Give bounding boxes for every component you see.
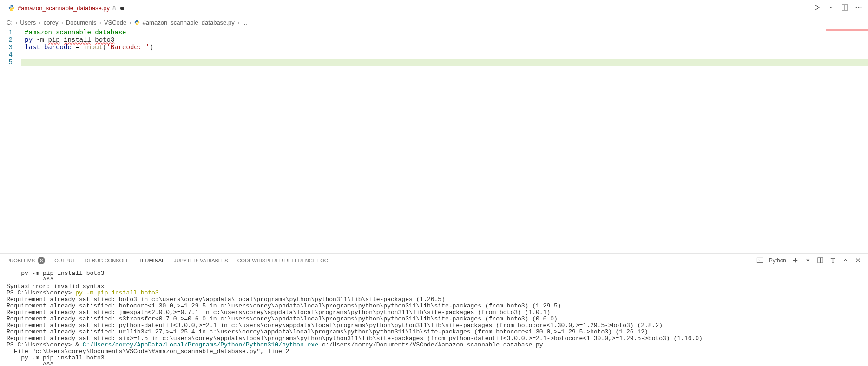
tab-label: DEBUG CONSOLE: [85, 258, 130, 263]
svg-point-4: [861, 7, 862, 8]
line-number: 4: [0, 51, 13, 59]
code-token: input: [83, 44, 103, 51]
terminal-line: PS C:\Users\corey> py -m pip install bot…: [7, 290, 861, 296]
editor-blank-area: [0, 140, 868, 253]
code-token: py: [25, 36, 33, 44]
breadcrumb-segment[interactable]: Users: [20, 19, 36, 26]
maximize-panel-button[interactable]: [842, 257, 849, 265]
text-cursor-icon: [25, 59, 25, 65]
breadcrumb-file[interactable]: #amazon_scannable_database.py: [143, 19, 235, 26]
python-file-icon: [134, 20, 140, 26]
terminal-line: Requirement already satisfied: six>=1.5 …: [7, 335, 861, 342]
code-token: [60, 36, 64, 44]
tab-label: JUPYTER: VARIABLES: [174, 258, 228, 263]
editor-tab-bar: #amazon_scannable_database.py 8: [0, 0, 868, 16]
unsaved-indicator-icon[interactable]: [120, 7, 124, 10]
svg-point-2: [856, 7, 857, 8]
terminal-line: PS C:\Users\corey> & C:/Users/corey/AppD…: [7, 342, 861, 348]
code-token: =: [72, 44, 83, 51]
terminal-line: Requirement already satisfied: python-da…: [7, 322, 861, 329]
code-token: [91, 36, 95, 44]
comment-token: #amazon_scannable_database: [25, 29, 126, 36]
panel-tab-bar: PROBLEMS 8 OUTPUT DEBUG CONSOLE TERMINAL…: [0, 254, 868, 268]
tab-label: CODEWHISPERER REFERENCE LOG: [237, 258, 329, 263]
svg-rect-5: [757, 258, 763, 262]
tab-problem-count: 8: [112, 5, 116, 12]
more-actions-button[interactable]: [855, 4, 862, 13]
terminal-output[interactable]: py -m pip install boto3 ^^^SyntaxError: …: [0, 268, 868, 366]
code-line: #amazon_scannable_database: [21, 29, 868, 36]
bottom-panel: PROBLEMS 8 OUTPUT DEBUG CONSOLE TERMINAL…: [0, 253, 868, 366]
terminal-profile-label[interactable]: Python: [769, 257, 786, 264]
breadcrumb-segment[interactable]: C:: [7, 19, 13, 26]
terminal-profile-icon[interactable]: [756, 257, 763, 265]
tab-debug-console[interactable]: DEBUG CONSOLE: [85, 254, 130, 268]
code-line: [21, 51, 868, 59]
terminal-line: Requirement already satisfied: boto3 in …: [7, 296, 861, 303]
terminal-line: Requirement already satisfied: jmespath<…: [7, 309, 861, 316]
panel-toolbar: Python: [756, 257, 861, 265]
chevron-right-icon: ›: [237, 19, 239, 26]
tab-output[interactable]: OUTPUT: [54, 254, 75, 268]
terminal-dropdown-icon[interactable]: [804, 257, 811, 265]
code-token: -m: [33, 36, 48, 44]
terminal-line: ^^^: [7, 361, 861, 366]
breadcrumb-segment[interactable]: Documents: [66, 19, 97, 26]
run-button[interactable]: [813, 4, 821, 13]
terminal-line: Requirement already satisfied: s3transfe…: [7, 316, 861, 322]
error-token: install: [64, 36, 91, 44]
terminal-line: Requirement already satisfied: botocore<…: [7, 303, 861, 309]
line-number: 5: [0, 59, 13, 66]
code-token: ): [150, 44, 153, 51]
close-panel-button[interactable]: [855, 257, 861, 265]
code-token: last_barcode: [25, 44, 72, 51]
minimap-error-marker: [826, 29, 868, 31]
chevron-right-icon: ›: [15, 19, 17, 26]
tab-label: OUTPUT: [54, 258, 75, 263]
minimap[interactable]: [822, 29, 868, 140]
code-editor[interactable]: 1 2 3 4 5 #amazon_scannable_database py …: [0, 29, 868, 140]
line-number: 3: [0, 44, 13, 51]
code-line: py -m pip install boto3: [21, 36, 868, 44]
tab-codewhisperer[interactable]: CODEWHISPERER REFERENCE LOG: [237, 254, 329, 268]
split-terminal-button[interactable]: [817, 257, 824, 265]
tab-label: PROBLEMS: [7, 258, 35, 263]
terminal-line: py -m pip install boto3: [7, 355, 861, 361]
code-line: last_barcode = input('Barcode: '): [21, 44, 868, 51]
split-editor-button[interactable]: [841, 4, 848, 13]
terminal-line: File "c:\Users\corey\Documents\VSCode\#a…: [7, 348, 861, 355]
chevron-right-icon: ›: [129, 19, 131, 26]
line-number: 2: [0, 36, 13, 44]
kill-terminal-button[interactable]: [829, 257, 836, 265]
svg-point-3: [858, 7, 860, 8]
breadcrumb-segment[interactable]: VSCode: [104, 19, 126, 26]
editor-actions: [813, 4, 868, 13]
tab-filename: #amazon_scannable_database.py: [18, 5, 110, 12]
tab-problems[interactable]: PROBLEMS 8: [7, 254, 45, 268]
terminal-line: ^^^: [7, 277, 861, 283]
terminal-line: SyntaxError: invalid syntax: [7, 283, 861, 290]
line-number-gutter: 1 2 3 4 5: [0, 29, 21, 140]
python-file-icon: [8, 5, 15, 12]
tab-jupyter-variables[interactable]: JUPYTER: VARIABLES: [174, 254, 228, 268]
new-terminal-button[interactable]: [792, 257, 799, 265]
tab-label: TERMINAL: [138, 258, 164, 263]
breadcrumb-segment[interactable]: corey: [44, 19, 59, 26]
run-dropdown-icon[interactable]: [827, 4, 835, 13]
terminal-line: Requirement already satisfied: urllib3<1…: [7, 329, 861, 335]
code-content[interactable]: #amazon_scannable_database py -m pip ins…: [21, 29, 868, 140]
problems-count-badge: 8: [38, 257, 45, 264]
chevron-right-icon: ›: [99, 19, 101, 26]
line-number: 1: [0, 29, 13, 36]
breadcrumb-overflow[interactable]: ...: [242, 19, 247, 26]
editor-tab[interactable]: #amazon_scannable_database.py 8: [4, 0, 129, 16]
tab-terminal[interactable]: TERMINAL: [138, 254, 164, 268]
code-line-active: [21, 59, 868, 66]
chevron-right-icon: ›: [39, 19, 40, 26]
error-token: boto3: [95, 36, 114, 44]
chevron-right-icon: ›: [61, 19, 63, 26]
terminal-line: py -m pip install boto3: [7, 270, 861, 277]
error-token: pip: [48, 36, 59, 44]
breadcrumb[interactable]: C:› Users› corey› Documents› VSCode› #am…: [0, 16, 868, 29]
code-token: 'Barcode: ': [106, 44, 149, 51]
